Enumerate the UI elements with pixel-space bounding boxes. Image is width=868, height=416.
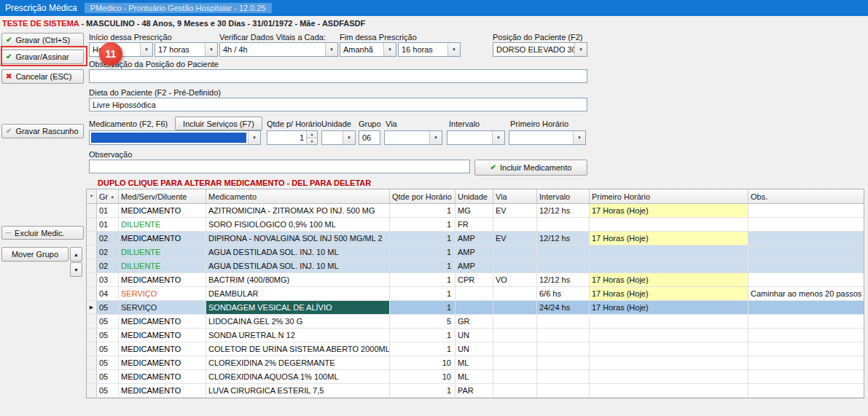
inicio-prescricao-label: Início dessa Prescrição (89, 33, 172, 42)
column-label: Med/Serv/Diluente (121, 192, 187, 201)
grid-cell-medicamento: CLOREXIDINA 2% DEGERMANTE (206, 356, 390, 369)
grid-column-gr[interactable]: Gr ▲ (97, 189, 119, 203)
mover-grupo-down-button[interactable]: ▼ (70, 262, 82, 277)
grid-cell-gr: 03 (97, 273, 119, 286)
via-label: Via (386, 119, 397, 128)
grid-cell-intervalo (537, 384, 590, 397)
qtde-stepper[interactable]: 1 ▲ ▼ (267, 130, 318, 145)
grid-row[interactable]: 05MEDICAMENTOCOLETOR DE URINA SISTEMA AB… (87, 342, 864, 356)
incluir-servicos-label: Incluir Serviços (F7) (183, 119, 254, 128)
grid-cell-tipo: SERVIÇO (119, 287, 206, 300)
column-label: Via (496, 192, 507, 201)
spin-down-icon[interactable]: ▼ (307, 138, 317, 145)
grid-cell-qtde: 1 (390, 246, 455, 259)
patient-details: - MASCULINO - 48 Anos, 9 Meses e 30 Dias… (79, 19, 365, 28)
fim-prescricao-label: Fim dessa Prescrição (340, 33, 417, 42)
grid-cell-obs (748, 204, 864, 217)
primeiro-horario-select[interactable]: ▼ (509, 130, 586, 145)
gravar-rascunho-button[interactable]: ✔ Gravar Rascunho (1, 124, 84, 138)
grid-cell-via: EV (493, 232, 537, 245)
grid-cell-via (493, 315, 537, 328)
fim-time-select[interactable]: 16 horas ▼ (398, 42, 461, 57)
grid-column-via[interactable]: Via (493, 189, 537, 203)
grid-column-primeiro-horario[interactable]: Primeiro Horário (590, 189, 748, 203)
grid-cell-medicamento: LIDOCAINA GEL 2% 30 G (206, 315, 390, 328)
grid-cell-sel (87, 204, 97, 217)
observacao-input[interactable] (89, 160, 470, 173)
grid-row[interactable]: 05MEDICAMENTOLIDOCAINA GEL 2% 30 G5GR (87, 315, 864, 329)
grid-row[interactable]: 05MEDICAMENTOCLOREXIDINA 2% DEGERMANTE10… (87, 356, 864, 370)
incluir-servicos-button[interactable]: Incluir Serviços (F7) (175, 117, 262, 130)
fim-day-select[interactable]: Amanhã ▼ (340, 42, 396, 57)
grid-row[interactable]: 02DILUENTEAGUA DESTILADA SOL. INJ. 10 ML… (87, 246, 864, 259)
grid-column-intervalo[interactable]: Intervalo (537, 189, 590, 203)
grid-row[interactable]: 01DILUENTESORO FISIOLOGICO 0,9% 100 ML1F… (87, 218, 864, 232)
excluir-medicamento-button[interactable]: ─ Excluir Medic. (1, 226, 84, 240)
grupo-input[interactable]: 06 (359, 130, 380, 145)
grid-column-unidade[interactable]: Unidade (455, 189, 493, 203)
dropdown-arrow-icon: ▼ (573, 131, 585, 144)
grid-row[interactable]: 05MEDICAMENTOSONDA URETRAL N 121UN (87, 329, 864, 342)
grid-cell-tipo: MEDICAMENTO (119, 273, 206, 286)
grid-cell-medicamento: AGUA DESTILADA SOL. INJ. 10 ML (206, 259, 390, 272)
unidade-select[interactable]: ▼ (321, 130, 356, 145)
grid-row[interactable]: 04SERVIÇODEAMBULAR16/6 hs17 Horas (Hoje)… (87, 287, 864, 301)
grid-cell-primeiro-horario (590, 342, 748, 356)
grid-column-qtde[interactable]: Qtde por Horário (390, 189, 455, 203)
grid-row[interactable]: 02DILUENTEAGUA DESTILADA SOL. INJ. 10 ML… (87, 259, 864, 273)
grid-row[interactable]: 02MEDICAMENTODIPIRONA - NOVALGINA SOL IN… (87, 232, 864, 246)
spin-up-icon[interactable]: ▲ (307, 131, 317, 138)
grid-cell-sel (87, 329, 97, 342)
grid-column-medicamento[interactable]: Medicamento (206, 189, 390, 203)
incluir-medicamento-button[interactable]: ✔ Incluir Medicamento (474, 160, 587, 176)
grid-cell-qtde: 5 (390, 315, 455, 328)
grid-cell-sel: ▶ (87, 301, 97, 314)
grid-column-obs[interactable]: Obs. (748, 189, 864, 203)
grid-cell-obs (748, 301, 864, 314)
dropdown-arrow-icon: ▼ (383, 43, 396, 56)
grid-cell-obs (748, 329, 864, 342)
check-icon: ✔ (6, 36, 12, 44)
grid-cell-via (493, 259, 537, 272)
gravar-button[interactable]: ✔ Gravar (Ctrl+S) (1, 33, 84, 47)
medicamento-select[interactable]: ▼ (89, 130, 261, 145)
grid-cell-tipo: SERVIÇO (119, 301, 206, 314)
inicio-time-select[interactable]: 17 horas ▼ (155, 42, 218, 57)
column-label: Obs. (751, 192, 767, 201)
arrow-down-icon: ▼ (74, 267, 79, 272)
cancelar-button[interactable]: ✖ Cancelar (ESC) (1, 69, 84, 84)
grid-cell-obs (748, 356, 864, 369)
grid-row[interactable]: 01MEDICAMENTOAZITROMICINA - ZITROMAX PO … (87, 204, 864, 218)
grid-cell-unidade: MG (455, 204, 493, 217)
grid-cell-qtde: 1 (390, 342, 455, 356)
grid-cell-primeiro-horario (590, 246, 748, 259)
grid-cell-qtde: 10 (390, 370, 455, 383)
grid-cell-gr: 05 (97, 342, 119, 356)
grid-column-tipo[interactable]: Med/Serv/Diluente (119, 189, 206, 203)
grid-cell-medicamento: CLOREXIDINA AQUOSA 1% 100ML (206, 370, 390, 383)
grid-cell-tipo: DILUENTE (119, 259, 206, 272)
via-select[interactable]: ▼ (384, 130, 442, 145)
grid-warning-text: DUPLO CLIQUE PARA ALTERAR MEDICAMENTO - … (98, 178, 371, 187)
intervalo-select[interactable]: ▼ (447, 130, 505, 145)
column-label: Intervalo (539, 192, 570, 201)
mover-grupo-up-button[interactable]: ▲ (70, 247, 82, 262)
grid-cell-unidade (455, 287, 493, 300)
posicao-paciente-select[interactable]: DORSO ELEVADO 30 G ▼ (493, 42, 587, 57)
grid-row[interactable]: 05MEDICAMENTOLUVA CIRURGICA ESTERIL 7,51… (87, 384, 864, 398)
grid-cell-via (493, 301, 537, 314)
title-bar: Prescrição Médica PMedico - Prontuário G… (0, 0, 868, 16)
grid-cell-unidade: AMP (455, 246, 493, 259)
dropdown-arrow-icon: ▼ (248, 131, 260, 144)
grid-row[interactable]: 03MEDICAMENTOBACTRIM (400/80MG)1CPRVO12/… (87, 273, 864, 287)
mover-grupo-button[interactable]: Mover Grupo (1, 247, 69, 262)
grid-row[interactable]: ▶05SERVIÇOSONDAGEM VESICAL DE ALÍVIO124/… (87, 301, 864, 315)
sort-asc-icon: ▲ (110, 195, 114, 199)
grid-cell-tipo: MEDICAMENTO (119, 315, 206, 328)
obs-posicao-input[interactable] (89, 69, 587, 83)
grid-row[interactable]: 05MEDICAMENTOCLOREXIDINA AQUOSA 1% 100ML… (87, 370, 864, 384)
verificar-vitais-select[interactable]: 4h / 4h ▼ (219, 42, 338, 57)
grid-body: 01MEDICAMENTOAZITROMICINA - ZITROMAX PO … (87, 204, 864, 398)
dieta-input[interactable]: Livre Hipossódica (89, 98, 587, 111)
annotation-step-badge: 11 (99, 42, 122, 66)
